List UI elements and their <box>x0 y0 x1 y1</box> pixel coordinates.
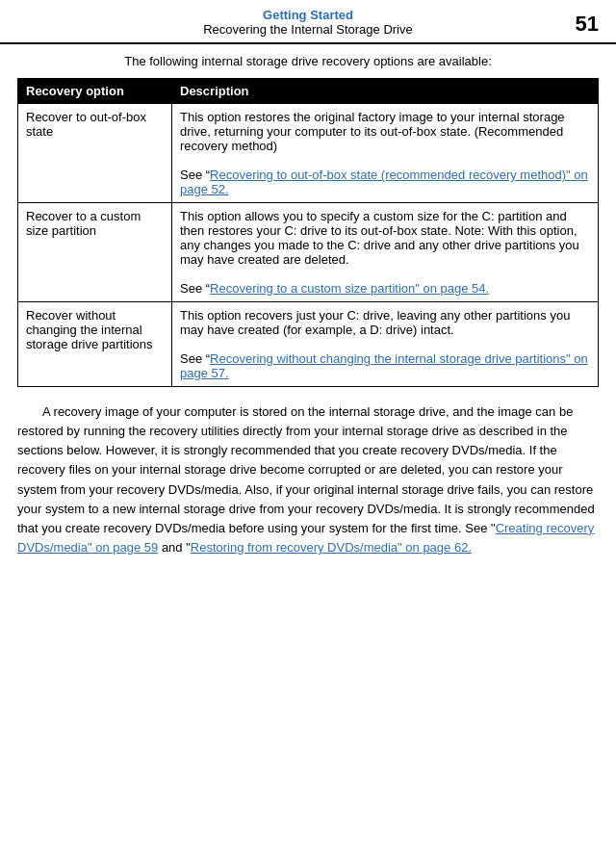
desc-link-prefix-2: See “ <box>180 281 210 296</box>
link-1[interactable]: Recovering to out-of-box state (recommen… <box>180 168 588 196</box>
table-row: Recover without changing the internal st… <box>18 302 599 387</box>
desc-col-3: This option recovers just your C: drive,… <box>172 302 599 387</box>
col2-header: Description <box>172 79 599 104</box>
desc-main-2: This option allows you to specify a cust… <box>180 209 579 267</box>
link-2[interactable]: Recovering to a custom size partition" o… <box>210 281 489 296</box>
header-top-label: Getting Started <box>0 8 616 22</box>
desc-col-2: This option allows you to specify a cust… <box>172 203 599 302</box>
recovery-options-table: Recovery option Description Recover to o… <box>17 78 599 387</box>
body-paragraph: A recovery image of your computer is sto… <box>0 402 616 567</box>
option-label-3: Recover without changing the internal st… <box>18 302 172 387</box>
table-row: Recover to a custom size partition This … <box>18 203 599 302</box>
link-3[interactable]: Recovering without changing the internal… <box>180 351 588 380</box>
link-restoring[interactable]: Restoring from recovery DVDs/media" on p… <box>191 540 472 555</box>
desc-link-prefix-1: See “ <box>180 168 210 182</box>
intro-text: The following internal storage drive rec… <box>0 54 616 78</box>
table-row: Recover to out-of-box state This option … <box>18 104 599 203</box>
option-label-2: Recover to a custom size partition <box>18 203 172 302</box>
desc-col-1: This option restores the original factor… <box>172 104 599 203</box>
header-sub-label: Recovering the Internal Storage Drive <box>0 22 616 37</box>
desc-main-1: This option restores the original factor… <box>180 110 565 153</box>
desc-link-prefix-3: See “ <box>180 351 210 366</box>
option-label-1: Recover to out-of-box state <box>18 104 172 203</box>
col1-header: Recovery option <box>18 79 172 104</box>
page-number: 51 <box>576 12 599 37</box>
desc-main-3: This option recovers just your C: drive,… <box>180 308 570 337</box>
